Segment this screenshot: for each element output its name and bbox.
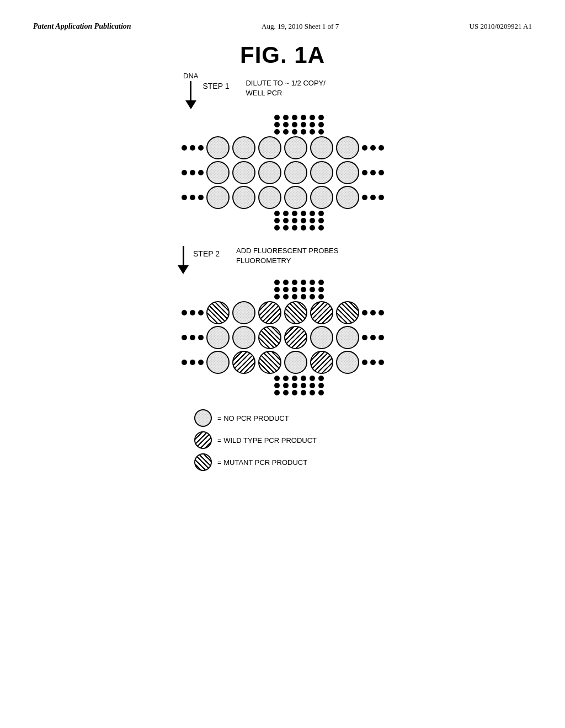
dot-small	[292, 225, 297, 231]
legend-circle-mutant	[194, 453, 212, 471]
dot-small	[292, 287, 297, 292]
legend-item-wild-type: = WILD TYPE PCR PRODUCT	[194, 431, 415, 449]
dot-no-pcr	[310, 326, 333, 349]
legend: = NO PCR PRODUCT = WILD TYPE PCR PRODUCT…	[150, 409, 415, 471]
dot-small	[292, 129, 297, 135]
dot-small	[318, 122, 324, 127]
dot-no-pcr	[232, 186, 255, 209]
main-content: FIG. 1A DNA STEP 1 DILUTE TO ~ 1/2 COPY/…	[0, 36, 565, 477]
dot-small	[283, 218, 289, 223]
step2-desc-line2: FLUOROMETRY	[236, 256, 338, 266]
legend-text-mutant: = MUTANT PCR PRODUCT	[217, 458, 307, 467]
legend-circle-no-pcr	[194, 409, 212, 427]
dot-small	[301, 280, 306, 285]
dot-small	[274, 287, 280, 292]
dot-small	[310, 376, 315, 381]
dot-small	[190, 195, 195, 200]
dot-small	[370, 335, 376, 340]
dot-small	[182, 145, 187, 151]
dot-small	[274, 280, 280, 285]
step1-desc-line1: DILUTE TO ~ 1/2 COPY/	[246, 78, 325, 88]
dot-small	[283, 383, 289, 388]
dot-mutant	[258, 351, 281, 374]
dot-no-pcr	[232, 301, 255, 324]
dot-small	[301, 115, 306, 120]
dot-no-pcr	[206, 326, 230, 349]
dot-small	[190, 335, 195, 340]
dot-no-pcr	[232, 136, 255, 159]
dot-mutant	[336, 301, 359, 324]
dot-small	[362, 310, 367, 315]
dot-no-pcr	[336, 326, 359, 349]
dot-small	[370, 170, 376, 175]
dot-small	[292, 218, 297, 223]
dot-small	[379, 145, 384, 151]
step1-label: STEP 1	[202, 82, 229, 90]
dot-small	[318, 115, 324, 120]
dot-small	[182, 335, 187, 340]
legend-item-mutant: = MUTANT PCR PRODUCT	[194, 453, 415, 471]
dot-small	[283, 129, 289, 135]
dot-no-pcr	[310, 136, 333, 159]
dot-no-pcr	[206, 351, 230, 374]
dot-small	[274, 225, 280, 231]
dot-small	[379, 360, 384, 365]
dot-wild-type	[310, 351, 333, 374]
dot-small	[190, 145, 195, 151]
dot-mutant	[258, 326, 281, 349]
dot-small	[274, 376, 280, 381]
dot-small	[310, 129, 315, 135]
grid2	[182, 280, 384, 395]
dot-small	[301, 129, 306, 135]
dot-no-pcr	[258, 136, 281, 159]
dot-small	[292, 383, 297, 388]
dot-small	[301, 383, 306, 388]
dot-small	[362, 170, 367, 175]
dot-small	[318, 376, 324, 381]
dot-small	[198, 145, 204, 151]
dot-small	[318, 225, 324, 231]
dot-small	[198, 170, 204, 175]
dot-small	[310, 280, 315, 285]
dot-small	[318, 218, 324, 223]
dot-small	[379, 310, 384, 315]
dot-no-pcr	[336, 186, 359, 209]
dot-small	[190, 360, 195, 365]
dot-small	[362, 145, 367, 151]
dot-small	[274, 383, 280, 388]
patent-number: US 2010/0209921 A1	[470, 22, 532, 31]
dot-small	[318, 280, 324, 285]
dot-small	[310, 287, 315, 292]
dot-small	[318, 211, 324, 216]
dot-small	[301, 218, 306, 223]
dot-no-pcr	[336, 351, 359, 374]
dot-small	[310, 383, 315, 388]
dot-small	[310, 225, 315, 231]
dot-small	[292, 115, 297, 120]
dot-small	[301, 390, 306, 395]
dot-no-pcr	[310, 161, 333, 184]
dot-small	[283, 294, 289, 299]
dot-small	[362, 335, 367, 340]
dot-wild-type	[232, 351, 255, 374]
dot-small	[182, 310, 187, 315]
dot-small	[274, 129, 280, 135]
dot-small	[198, 310, 204, 315]
legend-text-no-pcr: = NO PCR PRODUCT	[217, 414, 289, 422]
figure-title: FIG. 1A	[240, 42, 325, 68]
dot-small	[198, 195, 204, 200]
dot-small	[274, 115, 280, 120]
dot-no-pcr	[336, 136, 359, 159]
dot-small	[318, 390, 324, 395]
dot-small	[318, 383, 324, 388]
dot-no-pcr	[284, 161, 307, 184]
dot-small	[283, 287, 289, 292]
dot-no-pcr	[284, 351, 307, 374]
dot-no-pcr	[206, 186, 230, 209]
dot-no-pcr	[206, 161, 230, 184]
dot-small	[370, 145, 376, 151]
dot-small	[292, 211, 297, 216]
legend-circle-wild-type	[194, 431, 212, 449]
dot-small	[274, 211, 280, 216]
dot-small	[274, 390, 280, 395]
